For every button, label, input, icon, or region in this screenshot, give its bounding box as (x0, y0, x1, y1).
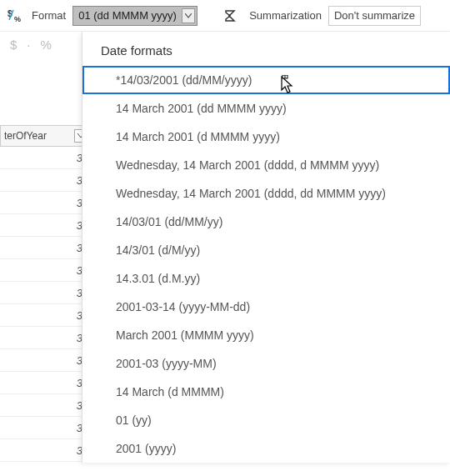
format-label: Format (32, 9, 66, 22)
currency-button[interactable]: $ (10, 38, 17, 52)
percent-button[interactable]: % (41, 38, 52, 52)
date-format-option[interactable]: *14/03/2001 (dd/MM/yyyy) (82, 66, 450, 94)
date-format-option[interactable]: March 2001 (MMMM yyyy) (82, 321, 450, 349)
date-format-option[interactable]: 01 (yy) (82, 406, 450, 434)
date-format-option[interactable]: 14 March (d MMMM) (82, 378, 450, 406)
dropdown-title: Date formats (82, 32, 450, 66)
table-cell[interactable]: 3 (0, 259, 92, 282)
table-cell[interactable]: 3 (0, 282, 92, 304)
format-dropdown[interactable]: 01 (dd MMMM yyyy) (72, 6, 198, 26)
date-format-option[interactable]: 2001-03-14 (yyyy-MM-dd) (82, 293, 450, 321)
table-cell[interactable]: 3 (0, 214, 92, 237)
table-cell[interactable]: 3 (0, 372, 92, 394)
date-format-option[interactable]: 14 March 2001 (dd MMMM yyyy) (82, 94, 450, 123)
table-cell[interactable]: 3 (0, 327, 92, 349)
table-cell[interactable]: 3 (0, 417, 92, 439)
date-format-option[interactable]: 14/3/01 (d/M/yy) (82, 236, 450, 264)
table-cell[interactable]: 3 (0, 192, 92, 214)
chevron-down-icon[interactable] (182, 8, 195, 23)
table-cell[interactable]: 3 (0, 147, 92, 169)
table-cell[interactable]: 3 (0, 439, 92, 462)
date-format-option[interactable]: Wednesday, 14 March 2001 (dddd, d MMMM y… (82, 151, 450, 179)
table-cell[interactable]: 3 (0, 349, 92, 372)
summarization-label: Summarization (249, 9, 322, 22)
table-cell[interactable]: 3 (0, 394, 92, 417)
date-format-option[interactable]: 14 March 2001 (d MMMM yyyy) (82, 123, 450, 151)
sigma-icon (221, 7, 239, 25)
date-formats-dropdown: Date formats *14/03/2001 (dd/MM/yyyy)14 … (82, 32, 450, 463)
ribbon: $ % Format 01 (dd MMMM yyyy) Summarizati… (0, 0, 450, 32)
format-value: 01 (dd MMMM yyyy) (78, 9, 177, 22)
date-format-option[interactable]: 2001-03 (yyyy-MM) (82, 349, 450, 378)
format-icon: $ % (7, 7, 25, 25)
separator: · (27, 38, 30, 52)
table-cell[interactable]: 3 (0, 237, 92, 259)
summarization-value: Don't summarize (334, 9, 415, 22)
svg-text:%: % (14, 15, 21, 23)
column-header-label: terOfYear (4, 130, 47, 142)
date-format-option[interactable]: 14.3.01 (d.M.yy) (82, 264, 450, 293)
date-format-option[interactable]: Wednesday, 14 March 2001 (dddd, dd MMMM … (82, 179, 450, 208)
date-format-option[interactable]: 2001 (yyyy) (82, 434, 450, 463)
column-header[interactable]: terOfYear (0, 125, 92, 147)
data-table: terOfYear 33333333333333 (0, 125, 92, 462)
summarization-dropdown[interactable]: Don't summarize (328, 6, 421, 26)
table-cell[interactable]: 3 (0, 304, 92, 327)
date-format-option[interactable]: 14/03/01 (dd/MM/yy) (82, 208, 450, 236)
table-cell[interactable]: 3 (0, 169, 92, 192)
